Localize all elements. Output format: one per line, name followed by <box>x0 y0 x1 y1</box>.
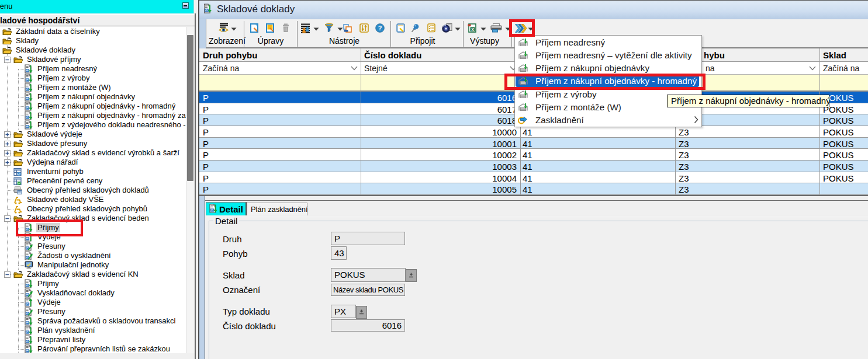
svg-text:x: x <box>471 26 474 32</box>
svg-text:?: ? <box>378 25 382 32</box>
